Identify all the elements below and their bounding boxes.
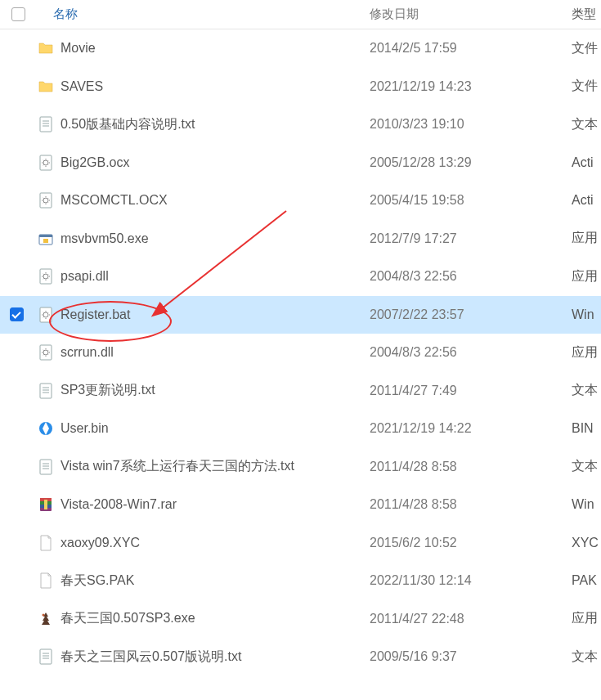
file-name[interactable]: 春天之三国风云0.507版说明.txt <box>59 648 370 666</box>
row-icon-col <box>33 40 59 56</box>
file-row[interactable]: 0.50版基础内容说明.txt2010/3/23 19:10文本 <box>0 105 601 144</box>
file-type: Acti <box>572 155 601 170</box>
file-list: 名称 修改日期 类型 Movie2014/2/5 17:59文件SAVES202… <box>0 0 601 676</box>
column-header-row: 名称 修改日期 类型 <box>0 0 601 29</box>
file-name[interactable]: Big2GB.ocx <box>59 155 370 170</box>
row-icon-col <box>33 231 59 247</box>
row-icon-col <box>33 383 59 399</box>
header-checkbox-col <box>0 7 37 21</box>
file-date: 2011/4/27 22:48 <box>370 612 572 626</box>
row-icon-col <box>33 344 59 361</box>
file-row[interactable]: 春天之三国风云0.507版说明.txt2009/5/16 9:37文本 <box>0 638 601 676</box>
row-checkbox[interactable] <box>10 307 24 321</box>
file-row[interactable]: psapi.dll2004/8/3 22:56应用 <box>0 258 601 296</box>
header-type[interactable]: 类型 <box>572 7 601 22</box>
file-date: 2010/3/23 19:10 <box>370 117 572 132</box>
file-type: 应用 <box>572 344 601 361</box>
exe-app-icon <box>38 611 54 627</box>
file-name[interactable]: Vista-2008-Win7.rar <box>59 497 370 512</box>
row-icon-col <box>33 496 59 513</box>
file-name[interactable]: SAVES <box>59 79 370 94</box>
bin-file-icon <box>38 420 54 437</box>
row-icon-col <box>33 420 59 437</box>
file-row[interactable]: Vista-2008-Win7.rar2011/4/28 8:58Win <box>0 486 601 524</box>
file-date: 2022/11/30 12:14 <box>370 573 572 588</box>
file-type: Win <box>572 497 601 512</box>
file-date: 2004/8/3 22:56 <box>370 345 572 360</box>
svg-rect-30 <box>44 500 47 509</box>
file-date: 2011/4/27 7:49 <box>370 384 572 398</box>
folder-icon <box>38 40 54 56</box>
file-name[interactable]: 春天三国0.507SP3.exe <box>59 610 370 627</box>
blank-file-icon <box>38 572 54 589</box>
file-date: 2014/2/5 17:59 <box>370 41 572 56</box>
file-row[interactable]: scrrun.dll2004/8/3 22:56应用 <box>0 334 601 372</box>
file-date: 2005/4/15 19:58 <box>370 193 572 208</box>
file-name[interactable]: psapi.dll <box>59 269 370 284</box>
file-row[interactable]: Big2GB.ocx2005/12/28 13:29Acti <box>0 144 601 182</box>
svg-rect-22 <box>40 460 52 474</box>
file-row[interactable]: Movie2014/2/5 17:59文件 <box>0 29 601 68</box>
row-icon-col <box>33 572 59 589</box>
file-name[interactable]: 春天SG.PAK <box>59 572 370 590</box>
file-name[interactable]: User.bin <box>59 421 370 436</box>
dll-file-icon <box>38 268 54 285</box>
svg-rect-0 <box>40 117 52 132</box>
header-date[interactable]: 修改日期 <box>370 7 572 22</box>
file-type: 应用 <box>572 230 601 247</box>
row-icon-col <box>33 611 59 627</box>
row-icon-col <box>33 459 59 475</box>
file-name[interactable]: xaoxy09.XYC <box>59 536 370 550</box>
file-name[interactable]: scrrun.dll <box>59 345 370 360</box>
file-name[interactable]: 0.50版基础内容说明.txt <box>59 116 370 133</box>
file-name[interactable]: MSCOMCTL.OCX <box>59 193 370 208</box>
file-date: 2021/12/19 14:23 <box>370 79 572 94</box>
file-row[interactable]: MSCOMCTL.OCX2005/4/15 19:58Acti <box>0 182 601 220</box>
exe-installer-icon <box>38 231 54 247</box>
file-row[interactable]: 春天三国0.507SP3.exe2011/4/27 22:48应用 <box>0 600 601 639</box>
select-all-checkbox[interactable] <box>11 7 25 21</box>
file-type: 文本 <box>572 116 601 133</box>
file-type: 应用 <box>572 268 601 285</box>
svg-point-31 <box>43 613 45 616</box>
file-type: 文件 <box>572 40 601 57</box>
file-row[interactable]: Vista win7系统上运行春天三国的方法.txt2011/4/28 8:58… <box>0 448 601 487</box>
file-type: 文本 <box>572 648 601 666</box>
file-type: 文本 <box>572 382 601 399</box>
txt-file-icon <box>38 383 54 399</box>
file-type: Acti <box>572 193 601 208</box>
row-icon-col <box>33 116 59 132</box>
file-type: BIN <box>572 421 601 436</box>
file-date: 2009/5/16 9:37 <box>370 649 572 664</box>
file-row[interactable]: SAVES2021/12/19 14:23文件 <box>0 68 601 106</box>
file-date: 2011/4/28 8:58 <box>370 497 572 512</box>
file-date: 2005/12/28 13:29 <box>370 155 572 170</box>
row-icon-col <box>33 192 59 209</box>
file-name[interactable]: msvbvm50.exe <box>59 231 370 246</box>
svg-rect-17 <box>40 384 52 398</box>
row-icon-col <box>33 648 59 665</box>
bat-file-icon <box>38 307 54 323</box>
file-row[interactable]: msvbvm50.exe2012/7/9 17:27应用 <box>0 220 601 258</box>
svg-rect-32 <box>40 649 52 664</box>
file-type: XYC <box>572 536 601 550</box>
file-row[interactable]: 春天SG.PAK2022/11/30 12:14PAK <box>0 562 601 600</box>
file-row[interactable]: User.bin2021/12/19 14:22BIN <box>0 410 601 448</box>
file-type: PAK <box>572 573 601 588</box>
file-name[interactable]: Movie <box>59 41 370 56</box>
ocx-file-icon <box>38 192 54 209</box>
file-name[interactable]: Vista win7系统上运行春天三国的方法.txt <box>59 458 370 475</box>
txt-file-icon <box>38 648 54 665</box>
file-name[interactable]: SP3更新说明.txt <box>59 382 370 399</box>
file-name[interactable]: Register.bat <box>59 307 370 322</box>
file-row[interactable]: SP3更新说明.txt2011/4/27 7:49文本 <box>0 372 601 411</box>
file-date: 2015/6/2 10:52 <box>370 536 572 550</box>
file-row[interactable]: Register.bat2007/2/22 23:57Win <box>0 296 601 334</box>
row-icon-col <box>33 307 59 323</box>
header-name[interactable]: 名称 <box>37 7 370 22</box>
row-icon-col <box>33 268 59 285</box>
row-icon-col <box>33 535 59 551</box>
file-date: 2012/7/9 17:27 <box>370 231 572 246</box>
file-date: 2007/2/22 23:57 <box>370 307 572 322</box>
file-row[interactable]: xaoxy09.XYC2015/6/2 10:52XYC <box>0 524 601 563</box>
